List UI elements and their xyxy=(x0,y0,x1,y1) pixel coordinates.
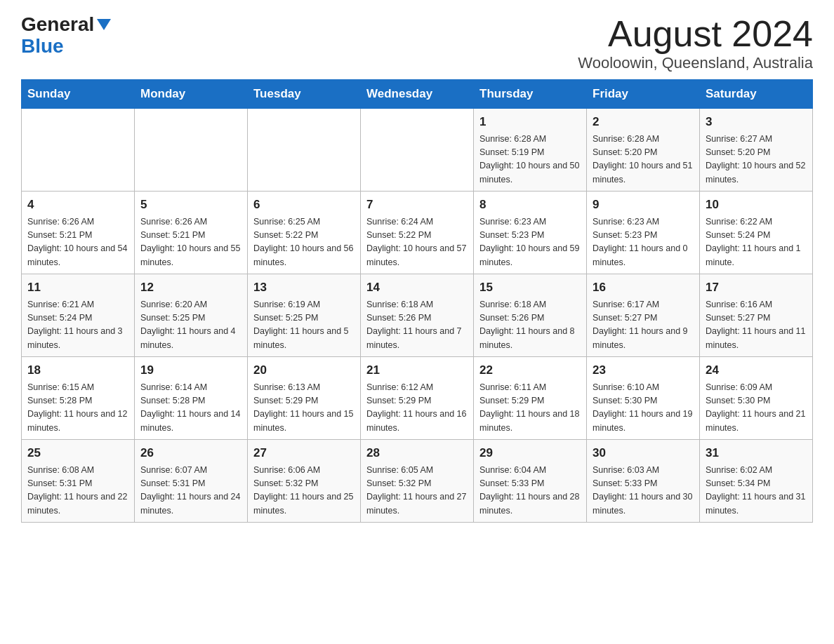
day-number: 30 xyxy=(593,444,694,462)
calendar-day: 19Sunrise: 6:14 AM Sunset: 5:28 PM Dayli… xyxy=(135,357,248,440)
day-info: Sunrise: 6:07 AM Sunset: 5:31 PM Dayligh… xyxy=(140,464,241,518)
calendar-day: 18Sunrise: 6:15 AM Sunset: 5:28 PM Dayli… xyxy=(22,357,135,440)
day-info: Sunrise: 6:21 AM Sunset: 5:24 PM Dayligh… xyxy=(27,298,128,353)
calendar-week-row: 1Sunrise: 6:28 AM Sunset: 5:19 PM Daylig… xyxy=(22,109,813,192)
calendar-day: 21Sunrise: 6:12 AM Sunset: 5:29 PM Dayli… xyxy=(361,357,474,440)
calendar-day xyxy=(135,109,248,192)
calendar-day: 16Sunrise: 6:17 AM Sunset: 5:27 PM Dayli… xyxy=(587,274,700,357)
calendar-day: 2Sunrise: 6:28 AM Sunset: 5:20 PM Daylig… xyxy=(587,109,700,192)
weekday-header-thursday: Thursday xyxy=(474,80,587,109)
day-info: Sunrise: 6:10 AM Sunset: 5:30 PM Dayligh… xyxy=(593,381,694,436)
page-subtitle: Wooloowin, Queensland, Australia xyxy=(578,54,813,72)
day-info: Sunrise: 6:03 AM Sunset: 5:33 PM Dayligh… xyxy=(593,464,694,518)
calendar-day: 27Sunrise: 6:06 AM Sunset: 5:32 PM Dayli… xyxy=(248,440,361,523)
day-number: 28 xyxy=(366,444,468,462)
day-info: Sunrise: 6:09 AM Sunset: 5:30 PM Dayligh… xyxy=(706,381,807,436)
weekday-header-tuesday: Tuesday xyxy=(248,80,361,109)
day-number: 31 xyxy=(706,444,807,462)
logo-triangle-icon xyxy=(97,19,111,30)
weekday-header-wednesday: Wednesday xyxy=(361,80,474,109)
calendar-day: 25Sunrise: 6:08 AM Sunset: 5:31 PM Dayli… xyxy=(22,440,135,523)
day-number: 3 xyxy=(706,113,807,131)
calendar-day: 14Sunrise: 6:18 AM Sunset: 5:26 PM Dayli… xyxy=(361,274,474,357)
day-info: Sunrise: 6:25 AM Sunset: 5:22 PM Dayligh… xyxy=(253,215,355,270)
day-number: 11 xyxy=(27,279,128,297)
day-info: Sunrise: 6:28 AM Sunset: 5:19 PM Dayligh… xyxy=(479,133,581,187)
calendar-day: 20Sunrise: 6:13 AM Sunset: 5:29 PM Dayli… xyxy=(248,357,361,440)
day-info: Sunrise: 6:02 AM Sunset: 5:34 PM Dayligh… xyxy=(706,464,807,518)
logo-general-text: General xyxy=(21,14,94,36)
day-number: 24 xyxy=(706,361,807,380)
title-block: August 2024 Wooloowin, Queensland, Austr… xyxy=(578,14,813,72)
page-title: August 2024 xyxy=(578,14,813,54)
calendar-day: 11Sunrise: 6:21 AM Sunset: 5:24 PM Dayli… xyxy=(22,274,135,357)
calendar-day: 17Sunrise: 6:16 AM Sunset: 5:27 PM Dayli… xyxy=(700,274,813,357)
calendar-day xyxy=(361,109,474,192)
day-number: 5 xyxy=(140,196,241,214)
day-info: Sunrise: 6:20 AM Sunset: 5:25 PM Dayligh… xyxy=(140,298,241,353)
calendar-day: 31Sunrise: 6:02 AM Sunset: 5:34 PM Dayli… xyxy=(700,440,813,523)
day-info: Sunrise: 6:18 AM Sunset: 5:26 PM Dayligh… xyxy=(366,298,468,353)
calendar-day xyxy=(248,109,361,192)
calendar-day: 5Sunrise: 6:26 AM Sunset: 5:21 PM Daylig… xyxy=(135,192,248,274)
day-number: 15 xyxy=(479,279,581,297)
day-number: 18 xyxy=(27,361,128,380)
calendar-day: 29Sunrise: 6:04 AM Sunset: 5:33 PM Dayli… xyxy=(474,440,587,523)
calendar-day: 3Sunrise: 6:27 AM Sunset: 5:20 PM Daylig… xyxy=(700,109,813,192)
calendar-day: 13Sunrise: 6:19 AM Sunset: 5:25 PM Dayli… xyxy=(248,274,361,357)
day-info: Sunrise: 6:26 AM Sunset: 5:21 PM Dayligh… xyxy=(140,215,241,270)
day-info: Sunrise: 6:24 AM Sunset: 5:22 PM Dayligh… xyxy=(366,215,468,270)
day-number: 16 xyxy=(593,279,694,297)
day-number: 26 xyxy=(140,444,241,462)
day-number: 27 xyxy=(253,444,355,462)
day-info: Sunrise: 6:05 AM Sunset: 5:32 PM Dayligh… xyxy=(366,464,468,518)
calendar-day: 10Sunrise: 6:22 AM Sunset: 5:24 PM Dayli… xyxy=(700,192,813,274)
day-info: Sunrise: 6:28 AM Sunset: 5:20 PM Dayligh… xyxy=(593,133,694,187)
calendar-day: 1Sunrise: 6:28 AM Sunset: 5:19 PM Daylig… xyxy=(474,109,587,192)
day-info: Sunrise: 6:15 AM Sunset: 5:28 PM Dayligh… xyxy=(27,381,128,436)
calendar-day: 15Sunrise: 6:18 AM Sunset: 5:26 PM Dayli… xyxy=(474,274,587,357)
calendar-day: 6Sunrise: 6:25 AM Sunset: 5:22 PM Daylig… xyxy=(248,192,361,274)
day-number: 8 xyxy=(479,196,581,214)
day-info: Sunrise: 6:11 AM Sunset: 5:29 PM Dayligh… xyxy=(479,381,581,436)
day-info: Sunrise: 6:04 AM Sunset: 5:33 PM Dayligh… xyxy=(479,464,581,518)
weekday-header-friday: Friday xyxy=(587,80,700,109)
day-number: 1 xyxy=(479,113,581,131)
day-info: Sunrise: 6:12 AM Sunset: 5:29 PM Dayligh… xyxy=(366,381,468,436)
day-number: 21 xyxy=(366,361,468,380)
weekday-header-sunday: Sunday xyxy=(22,80,135,109)
calendar-week-row: 25Sunrise: 6:08 AM Sunset: 5:31 PM Dayli… xyxy=(22,440,813,523)
day-info: Sunrise: 6:08 AM Sunset: 5:31 PM Dayligh… xyxy=(27,464,128,518)
calendar-day: 4Sunrise: 6:26 AM Sunset: 5:21 PM Daylig… xyxy=(22,192,135,274)
calendar-day: 28Sunrise: 6:05 AM Sunset: 5:32 PM Dayli… xyxy=(361,440,474,523)
calendar-day: 8Sunrise: 6:23 AM Sunset: 5:23 PM Daylig… xyxy=(474,192,587,274)
calendar-day: 9Sunrise: 6:23 AM Sunset: 5:23 PM Daylig… xyxy=(587,192,700,274)
day-info: Sunrise: 6:14 AM Sunset: 5:28 PM Dayligh… xyxy=(140,381,241,436)
day-info: Sunrise: 6:13 AM Sunset: 5:29 PM Dayligh… xyxy=(253,381,355,436)
day-info: Sunrise: 6:17 AM Sunset: 5:27 PM Dayligh… xyxy=(593,298,694,353)
day-number: 10 xyxy=(706,196,807,214)
day-number: 14 xyxy=(366,279,468,297)
day-info: Sunrise: 6:16 AM Sunset: 5:27 PM Dayligh… xyxy=(706,298,807,353)
day-info: Sunrise: 6:23 AM Sunset: 5:23 PM Dayligh… xyxy=(593,215,694,270)
calendar-day: 7Sunrise: 6:24 AM Sunset: 5:22 PM Daylig… xyxy=(361,192,474,274)
day-number: 2 xyxy=(593,113,694,131)
calendar-day: 24Sunrise: 6:09 AM Sunset: 5:30 PM Dayli… xyxy=(700,357,813,440)
calendar-table: SundayMondayTuesdayWednesdayThursdayFrid… xyxy=(21,79,813,523)
day-info: Sunrise: 6:18 AM Sunset: 5:26 PM Dayligh… xyxy=(479,298,581,353)
calendar-day: 12Sunrise: 6:20 AM Sunset: 5:25 PM Dayli… xyxy=(135,274,248,357)
day-info: Sunrise: 6:26 AM Sunset: 5:21 PM Dayligh… xyxy=(27,215,128,270)
day-number: 19 xyxy=(140,361,241,380)
weekday-header-saturday: Saturday xyxy=(700,80,813,109)
calendar-day xyxy=(22,109,135,192)
day-number: 23 xyxy=(593,361,694,380)
logo: General Blue xyxy=(21,14,111,58)
day-info: Sunrise: 6:23 AM Sunset: 5:23 PM Dayligh… xyxy=(479,215,581,270)
page-header: General Blue August 2024 Wooloowin, Quee… xyxy=(21,14,813,72)
day-info: Sunrise: 6:19 AM Sunset: 5:25 PM Dayligh… xyxy=(253,298,355,353)
day-number: 4 xyxy=(27,196,128,214)
day-number: 22 xyxy=(479,361,581,380)
day-number: 25 xyxy=(27,444,128,462)
day-number: 13 xyxy=(253,279,355,297)
day-number: 6 xyxy=(253,196,355,214)
